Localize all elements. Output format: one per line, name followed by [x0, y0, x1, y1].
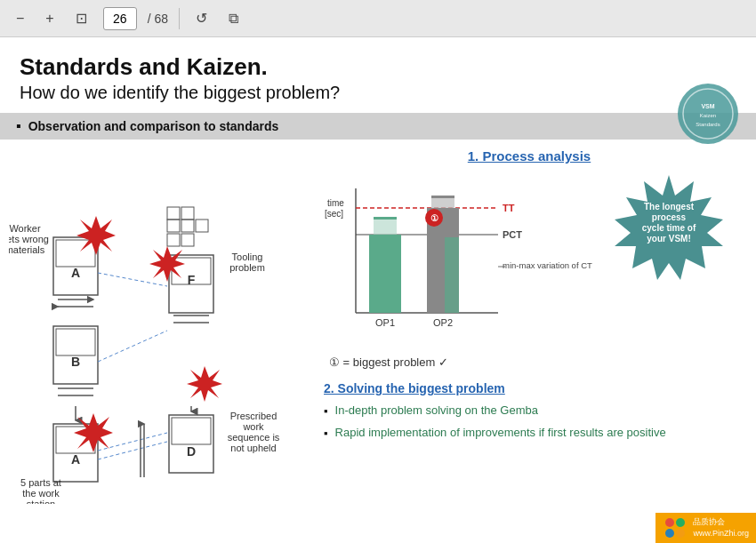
title-area: Standards and Kaizen. How do we identify…: [0, 37, 756, 111]
svg-rect-20: [167, 220, 180, 232]
svg-rect-73: [431, 196, 454, 198]
svg-text:process: process: [652, 212, 687, 222]
svg-text:A: A: [71, 452, 80, 467]
svg-text:min-max variation of CT: min-max variation of CT: [503, 260, 592, 270]
page-number-input[interactable]: [103, 7, 137, 30]
slide: Standards and Kaizen. How do we identify…: [0, 37, 756, 543]
watermark-icon: [663, 515, 688, 540]
svg-text:gets wrong: gets wrong: [9, 234, 49, 244]
svg-text:TT: TT: [503, 203, 515, 213]
svg-text:time: time: [327, 198, 344, 208]
svg-text:F: F: [188, 273, 196, 287]
svg-rect-11: [56, 329, 95, 355]
svg-text:Standards: Standards: [696, 122, 720, 127]
svg-rect-24: [181, 234, 194, 246]
content-area: A B A: [0, 140, 756, 495]
svg-text:①: ①: [430, 213, 438, 223]
right-content: 1. Process analysis time [sec] TT: [311, 140, 747, 495]
process-analysis-heading: 1. Process analysis: [320, 148, 738, 164]
bullet-item-2: Rapid implementation of improvements if …: [324, 425, 738, 442]
bar-chart-svg: time [sec] TT PCT min-max variation of C…: [320, 171, 605, 348]
svg-text:B: B: [71, 355, 80, 369]
solving-heading: 2. Solving the biggest problem: [324, 381, 738, 395]
svg-text:The longest: The longest: [644, 202, 695, 212]
svg-line-38: [98, 442, 167, 459]
svg-text:Tooling: Tooling: [232, 252, 263, 262]
watermark-line2: www.PinZhi.org: [693, 528, 749, 539]
svg-rect-23: [167, 234, 180, 246]
svg-text:your VSM!: your VSM!: [647, 234, 690, 244]
svg-point-85: [665, 529, 674, 538]
svg-text:D: D: [187, 444, 196, 459]
svg-marker-41: [74, 413, 113, 452]
svg-text:5 parts at: 5 parts at: [20, 477, 61, 488]
svg-text:work: work: [242, 421, 264, 432]
toolbar: − + ⊡ / 68 ↺ ⧉: [0, 0, 756, 37]
svg-text:[sec]: [sec]: [325, 209, 343, 219]
svg-rect-25: [167, 207, 180, 220]
svg-text:A: A: [71, 266, 80, 280]
svg-marker-39: [76, 216, 116, 255]
biggest-problem-label: ① = biggest problem ✓: [329, 355, 738, 369]
divider: [179, 8, 180, 29]
badge-circle: VSM Kaizen Standards: [676, 82, 740, 146]
svg-rect-21: [181, 220, 194, 232]
svg-text:not upheld: not upheld: [230, 443, 276, 453]
left-diagram: A B A: [9, 140, 311, 495]
svg-rect-69: [374, 217, 397, 220]
fit-button[interactable]: ⊡: [70, 6, 92, 30]
svg-marker-42: [187, 366, 222, 402]
svg-text:OP1: OP1: [375, 317, 395, 328]
svg-text:cycle time of: cycle time of: [642, 223, 696, 233]
svg-rect-22: [196, 220, 208, 232]
svg-text:sequence is: sequence is: [228, 432, 280, 443]
bullet-item-1: In-depth problem solving on the Gemba: [324, 403, 738, 419]
svg-text:VSM: VSM: [701, 103, 714, 109]
rotate-button[interactable]: ↺: [190, 6, 213, 30]
svg-line-36: [98, 331, 167, 362]
svg-text:OP2: OP2: [433, 317, 453, 328]
starburst-callout: The longest process cycle time of your V…: [609, 171, 729, 294]
zoom-out-button[interactable]: −: [11, 7, 29, 30]
section-bar: Observation and comparison to standards: [0, 113, 756, 140]
svg-point-83: [665, 518, 674, 527]
chart-wrapper: time [sec] TT PCT min-max variation of C…: [320, 171, 738, 352]
svg-rect-31: [172, 418, 211, 444]
svg-rect-71: [445, 237, 459, 313]
watermark: 品质协会 www.PinZhi.org: [655, 513, 756, 543]
svg-text:problem: problem: [229, 262, 265, 273]
svg-rect-67: [369, 235, 401, 313]
svg-rect-26: [181, 207, 194, 220]
solving-section: 2. Solving the biggest problem In-depth …: [320, 381, 738, 442]
expand-button[interactable]: ⧉: [223, 7, 244, 30]
svg-text:PCT: PCT: [503, 229, 522, 240]
watermark-line1: 品质协会: [693, 516, 749, 528]
svg-text:Kaizen: Kaizen: [700, 113, 716, 118]
subtitle: How do we identify the biggest problem?: [20, 81, 736, 104]
watermark-text: 品质协会 www.PinZhi.org: [693, 516, 749, 539]
svg-text:station: station: [27, 499, 55, 504]
svg-text:materials: materials: [9, 244, 45, 255]
zoom-in-button[interactable]: +: [40, 7, 59, 30]
svg-text:the work: the work: [22, 488, 60, 499]
main-title: Standards and Kaizen.: [20, 53, 736, 81]
svg-point-84: [676, 518, 685, 527]
svg-line-37: [98, 433, 167, 451]
svg-marker-40: [149, 246, 185, 282]
svg-text:Prescribed: Prescribed: [230, 411, 277, 421]
svg-text:Worker: Worker: [9, 223, 41, 234]
page-total: / 68: [148, 12, 168, 26]
process-diagram-svg: A B A: [9, 157, 302, 504]
svg-point-86: [676, 529, 685, 538]
